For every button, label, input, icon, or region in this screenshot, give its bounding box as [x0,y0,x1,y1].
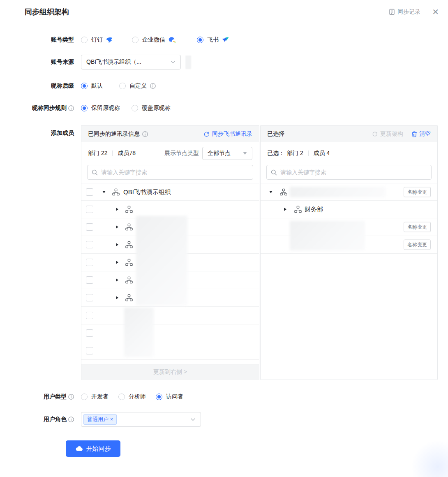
sync-record-label: 同步记录 [397,8,420,16]
role-tag: 普通用户 × [83,414,117,425]
radio-keep-nickname[interactable]: 保留原昵称 [81,104,120,112]
radio-circle[interactable] [132,37,139,43]
clear-label: 清空 [419,130,431,138]
update-structure-button[interactable]: 更新架构 [372,130,403,138]
radio-feishu[interactable]: 飞书 [197,36,229,44]
right-stats-row: 已选： 部门 2 成员 4 [261,142,437,164]
caret-collapsed-icon[interactable] [116,278,118,282]
left-panel-header: 已同步的通讯录信息 同步飞书通讯录 [81,126,259,142]
info-icon[interactable] [68,394,74,400]
tree-row-member[interactable] [81,342,259,360]
submit-row: 开始同步 [66,440,448,457]
radio-override-nickname[interactable]: 覆盖原昵称 [132,104,171,112]
radio-circle[interactable] [118,394,125,400]
tree-row-root[interactable]: QBI飞书演示组织 [81,183,259,201]
wecom-icon [168,36,176,44]
radio-circle[interactable] [119,83,126,89]
tree-row-member[interactable] [81,307,259,324]
radio-visitor[interactable]: 访问者 [156,393,183,401]
checkbox[interactable] [86,312,93,319]
cloud-sync-icon [76,446,83,452]
checkbox[interactable] [86,223,93,231]
caret-expanded-icon[interactable] [269,191,272,193]
radio-label: 保留原昵称 [91,104,120,112]
radio-wecom[interactable]: 企业微信 [132,36,176,44]
move-right-button[interactable]: 更新到右侧 > [81,364,259,380]
radio-dingtalk[interactable]: 钉钉 [81,36,113,44]
account-type-row: 账号类型 钉钉 企业微信 [0,36,448,44]
role-tag-label: 普通用户 [87,416,109,423]
radio-circle-selected[interactable] [197,37,203,43]
org-node-icon [125,206,133,213]
account-source-row: 账号来源 QBI飞书演示组织（... [0,55,448,69]
radio-circle-selected[interactable] [156,394,162,400]
redacted-icon [185,56,191,69]
dept-node-name: 财务部 [305,206,323,213]
feishu-icon [222,36,229,44]
checkbox[interactable] [86,329,93,337]
radio-label: 企业微信 [142,36,165,44]
refresh-icon [372,131,378,137]
account-type-radio-group: 钉钉 企业微信 飞书 [81,36,229,44]
redacted-text [290,221,365,250]
checkbox[interactable] [86,188,93,196]
left-search-input[interactable] [101,169,249,176]
org-node-icon [125,259,133,266]
org-node-icon [112,188,120,196]
radio-custom[interactable]: 自定义 [119,82,147,90]
caret-down-icon [243,152,247,155]
left-search-box [87,165,253,180]
dingtalk-icon [106,36,113,44]
transfer-widget: 已同步的通讯录信息 同步飞书通讯录 [81,125,438,380]
clear-button[interactable]: 清空 [411,130,431,138]
root-node-name: QBI飞书演示组织 [123,188,171,196]
right-panel-header: 已选择 更新架构 [261,126,437,142]
dept-count: 部门 22 [88,150,107,157]
checkbox[interactable] [86,347,93,354]
radio-analyst[interactable]: 分析师 [118,393,146,401]
account-source-label: 账号来源 [0,58,81,66]
checkbox[interactable] [86,294,93,301]
radio-label: 飞书 [207,36,219,44]
right-search-input[interactable] [280,169,427,176]
caret-expanded-icon[interactable] [102,191,106,193]
radio-default[interactable]: 默认 [81,82,103,90]
account-source-select[interactable]: QBI飞书演示组织（... [81,55,181,69]
info-icon[interactable] [68,105,74,111]
tag-remove-icon[interactable]: × [110,417,113,422]
radio-circle-selected[interactable] [81,105,88,111]
info-icon[interactable] [150,83,156,89]
node-type-label: 展示节点类型 [164,150,199,157]
tree-row-member[interactable] [81,324,259,342]
caret-collapsed-icon[interactable] [116,208,118,211]
radio-circle[interactable] [132,105,138,111]
caret-collapsed-icon[interactable] [284,208,286,211]
sync-icon [203,131,210,137]
caret-collapsed-icon[interactable] [116,243,118,246]
start-sync-button[interactable]: 开始同步 [66,440,120,457]
selected-dept-count: 部门 2 [287,150,303,157]
caret-collapsed-icon[interactable] [116,225,118,229]
info-icon[interactable] [142,131,148,137]
transfer-left-panel: 已同步的通讯录信息 同步飞书通讯录 [81,125,259,380]
sync-record-link[interactable]: 同步记录 [389,8,420,16]
checkbox[interactable] [86,206,93,213]
checkbox[interactable] [86,276,93,284]
right-search-box [266,165,432,180]
info-icon[interactable] [68,417,74,422]
node-type-select[interactable]: 全部节点 [202,147,252,160]
radio-circle[interactable] [81,37,88,43]
radio-label: 覆盖原昵称 [142,104,171,112]
caret-collapsed-icon[interactable] [116,296,118,299]
radio-circle-selected[interactable] [81,83,88,89]
checkbox[interactable] [86,241,93,248]
user-role-select[interactable]: 普通用户 × [81,412,201,427]
close-icon[interactable]: ✕ [432,8,439,16]
caret-collapsed-icon[interactable] [116,261,118,264]
tree-row-finance-dept[interactable]: 财务部 [261,201,437,218]
checkbox[interactable] [86,259,93,266]
sync-feishu-contacts-link[interactable]: 同步飞书通讯录 [203,130,252,138]
radio-circle[interactable] [81,394,88,400]
account-source-value: QBI飞书演示组织（... [86,58,141,66]
radio-developer[interactable]: 开发者 [81,393,109,401]
